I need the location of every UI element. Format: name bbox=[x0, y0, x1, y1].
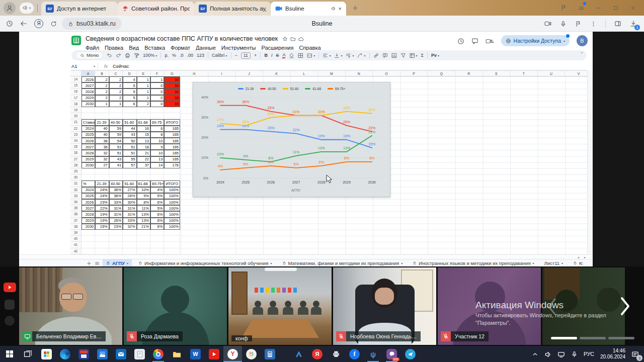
toolbar-Pv-button[interactable]: Pv▾ bbox=[431, 53, 439, 58]
cell[interactable]: 1 bbox=[109, 101, 123, 107]
cell[interactable]: 40-50 bbox=[109, 119, 123, 125]
row-header-41[interactable]: 41 bbox=[70, 242, 82, 248]
cell[interactable]: 165 bbox=[164, 156, 180, 162]
add-sheet-icon[interactable] bbox=[87, 260, 92, 265]
taskbar-clock[interactable]: 14:46 20.06.2024 bbox=[600, 348, 625, 360]
cell[interactable]: 13% bbox=[137, 211, 150, 217]
cell[interactable]: 10 bbox=[150, 138, 164, 144]
cell[interactable]: 22 bbox=[137, 156, 150, 162]
cell[interactable]: 57 bbox=[123, 162, 136, 168]
sheet-tab[interactable]: Математики, физики и методики их препода… bbox=[279, 259, 407, 267]
cell[interactable] bbox=[123, 248, 136, 254]
row-header-27[interactable]: 27 bbox=[70, 156, 82, 162]
col-header-G[interactable]: G bbox=[164, 70, 180, 76]
row-header-28[interactable]: 28 bbox=[70, 162, 82, 168]
browser-tab[interactable]: БУПолная занятость аудито bbox=[194, 2, 271, 16]
row-header-21[interactable]: 21 bbox=[70, 119, 82, 125]
cell[interactable] bbox=[137, 242, 150, 248]
cell[interactable] bbox=[95, 107, 109, 113]
cell[interactable]: 32 bbox=[95, 150, 109, 156]
toolbar-100%-button[interactable]: 100%▾ bbox=[143, 53, 157, 58]
pagination-bar[interactable] bbox=[580, 337, 606, 339]
col-header-K[interactable]: K bbox=[263, 70, 291, 76]
cell[interactable]: 59 bbox=[109, 126, 123, 132]
yandex-home-icon[interactable]: Я bbox=[34, 19, 43, 28]
cell[interactable]: 2029 bbox=[82, 95, 95, 101]
cell[interactable]: 40-50 bbox=[109, 180, 123, 187]
cell[interactable]: 2028 bbox=[82, 150, 95, 156]
cell[interactable]: 2027 bbox=[82, 205, 95, 211]
toolbar-valign-button[interactable]: ▾ bbox=[334, 53, 342, 58]
all-sheets-icon[interactable] bbox=[95, 260, 100, 265]
sheet-tab[interactable]: АГПУ▾ bbox=[103, 259, 132, 267]
toolbar-link-button[interactable] bbox=[373, 53, 379, 58]
taskbar-youtube-icon[interactable] bbox=[205, 346, 223, 362]
toolbar-I-button[interactable]: I bbox=[271, 53, 273, 58]
toolbar-rotate-button[interactable]: ▾ bbox=[357, 53, 365, 58]
cell[interactable]: 165 bbox=[164, 144, 180, 150]
cell[interactable] bbox=[123, 113, 136, 119]
cell[interactable]: 27 bbox=[95, 162, 109, 168]
col-header-N[interactable]: N bbox=[346, 70, 373, 76]
cell[interactable] bbox=[123, 236, 136, 242]
row-header-24[interactable]: 24 bbox=[70, 138, 82, 144]
cell[interactable]: 31% bbox=[123, 205, 136, 211]
cell[interactable]: 38 bbox=[95, 138, 109, 144]
cell[interactable]: 21% bbox=[137, 224, 150, 230]
address-bar[interactable]: bsu03.ktalk.ru bbox=[62, 18, 122, 30]
row-header-14[interactable]: 14 bbox=[70, 76, 82, 82]
col-header-S[interactable]: S bbox=[483, 70, 511, 76]
cell[interactable]: 21 bbox=[137, 150, 150, 156]
cell[interactable] bbox=[150, 107, 164, 113]
cell[interactable]: 26% bbox=[123, 193, 136, 199]
cell[interactable]: 2026 bbox=[82, 138, 95, 144]
toolbar-collapse-icon[interactable]: ⌃ bbox=[580, 52, 584, 56]
row-header-26[interactable]: 26 bbox=[70, 150, 82, 156]
camera-permission-icon[interactable] bbox=[544, 19, 551, 28]
cell[interactable] bbox=[164, 107, 180, 113]
cell[interactable] bbox=[109, 248, 123, 254]
cell[interactable]: 0 bbox=[150, 101, 164, 107]
back-icon[interactable] bbox=[20, 19, 27, 28]
cell[interactable]: 2 bbox=[95, 88, 109, 95]
col-header-R[interactable]: R bbox=[455, 70, 483, 76]
cell[interactable]: 55 bbox=[123, 156, 136, 162]
cell[interactable]: 0 bbox=[150, 82, 164, 88]
cell[interactable]: 37 bbox=[137, 162, 150, 168]
history-icon[interactable] bbox=[6, 19, 13, 28]
col-header-T[interactable]: T bbox=[510, 70, 538, 76]
row-header-22[interactable]: 22 bbox=[70, 126, 82, 132]
minimize-window-icon[interactable] bbox=[596, 4, 602, 13]
cell[interactable] bbox=[123, 168, 136, 174]
cell[interactable]: 2 bbox=[109, 76, 123, 82]
close-tab-icon[interactable]: × bbox=[339, 6, 342, 12]
cell[interactable]: 21-39 bbox=[95, 180, 109, 187]
carousel-next-icon[interactable] bbox=[619, 297, 631, 318]
cell[interactable] bbox=[109, 242, 123, 248]
row-header-37[interactable]: 37 bbox=[70, 218, 82, 224]
cell[interactable]: 2024 bbox=[82, 187, 95, 193]
col-header-D[interactable]: D bbox=[123, 70, 136, 76]
cell[interactable] bbox=[137, 248, 150, 254]
cell[interactable] bbox=[123, 107, 136, 113]
cell[interactable]: 51 bbox=[123, 144, 136, 150]
downloads-icon[interactable]: 1 bbox=[630, 19, 637, 28]
toolbar-fill-button[interactable] bbox=[289, 53, 294, 58]
toolbar-.00-button[interactable]: .00 bbox=[187, 53, 193, 58]
microphone-icon[interactable] bbox=[571, 349, 578, 358]
side-panel-icon[interactable] bbox=[614, 19, 621, 28]
cell[interactable]: 69-75+ bbox=[150, 180, 164, 187]
cell[interactable]: 1 bbox=[137, 95, 150, 101]
col-header-P[interactable]: P bbox=[400, 70, 428, 76]
network-icon[interactable] bbox=[557, 349, 565, 358]
cell[interactable] bbox=[95, 236, 109, 242]
cell[interactable] bbox=[82, 248, 95, 254]
row-header-23[interactable]: 23 bbox=[70, 132, 82, 138]
cell[interactable] bbox=[137, 168, 150, 174]
cell[interactable]: 8% bbox=[150, 218, 164, 224]
cell[interactable]: 2024 bbox=[82, 126, 95, 132]
document-title[interactable]: Сведения о возрастном составе ППС АГПУ в… bbox=[86, 35, 278, 42]
cell[interactable]: 6% bbox=[150, 199, 164, 205]
cell[interactable] bbox=[137, 174, 150, 180]
cell[interactable]: 176 bbox=[164, 162, 180, 168]
